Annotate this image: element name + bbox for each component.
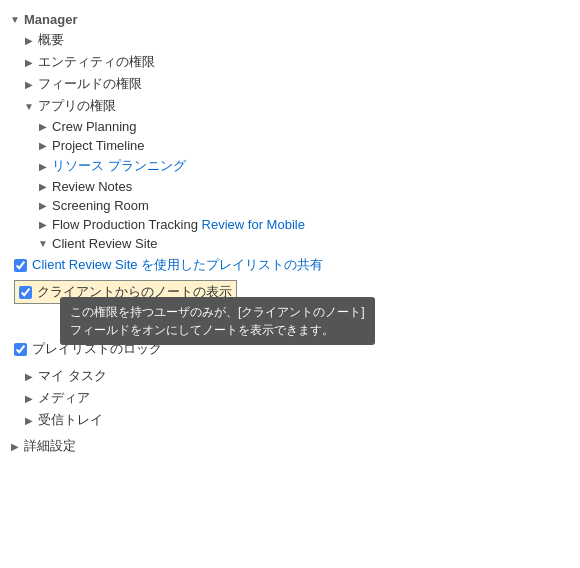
- sidebar-item-media[interactable]: メディア: [0, 387, 580, 409]
- sidebar-item-review-notes[interactable]: Review Notes: [0, 177, 580, 196]
- manager-label: Manager: [24, 12, 77, 27]
- checkbox-item-playlist-lock: プレイリストのロック: [0, 337, 580, 361]
- sidebar-item-resource-planning[interactable]: リソース プランニング: [0, 155, 580, 177]
- flow-production-label: Flow Production Tracking: [52, 217, 202, 232]
- sidebar-item-entity-perms[interactable]: エンティティの権限: [0, 51, 580, 73]
- manager-arrow: [8, 13, 22, 27]
- sidebar-item-crew-planning[interactable]: Crew Planning: [0, 117, 580, 136]
- checkbox-client-notes-label: クライアントからのノートの表示: [37, 283, 232, 301]
- flow-production-arrow: [36, 218, 50, 232]
- resource-planning-label: リソース プランニング: [52, 157, 186, 175]
- sidebar-item-field-perms[interactable]: フィールドの権限: [0, 73, 580, 95]
- sidebar-item-flow-production[interactable]: Flow Production Tracking Review for Mobi…: [0, 215, 580, 234]
- manager-header[interactable]: Manager: [0, 10, 580, 29]
- app-perms-arrow: [22, 99, 36, 113]
- highlighted-row-client-notes: クライアントからのノートの表示: [14, 280, 237, 304]
- resource-planning-arrow: [36, 159, 50, 173]
- sidebar-item-detail-settings[interactable]: 詳細設定: [0, 435, 580, 457]
- screening-room-label: Screening Room: [52, 198, 149, 213]
- detail-settings-label: 詳細設定: [24, 437, 76, 455]
- my-tasks-arrow: [22, 369, 36, 383]
- entity-perms-label: エンティティの権限: [38, 53, 155, 71]
- checkbox-item-client-notes: クライアントからのノートの表示 この権限を持つユーザのみが、[クライアントのノー…: [0, 277, 580, 307]
- my-tasks-label: マイ タスク: [38, 367, 107, 385]
- app-perms-label: アプリの権限: [38, 97, 116, 115]
- checkbox-item-playlist-share: Client Review Site を使用したプレイリストの共有: [0, 253, 580, 277]
- entity-perms-arrow: [22, 55, 36, 69]
- client-review-label: Client Review Site: [52, 236, 158, 251]
- checkbox-playlist-share[interactable]: [14, 259, 27, 272]
- checkbox-playlist-lock-label: プレイリストのロック: [32, 340, 162, 358]
- sidebar-item-project-timeline[interactable]: Project Timeline: [0, 136, 580, 155]
- tree-container: Manager 概要 エンティティの権限 フィールドの権限 アプリの権限 Cre…: [0, 0, 580, 467]
- gaiyou-arrow: [22, 33, 36, 47]
- inbox-arrow: [22, 413, 36, 427]
- checkbox-playlist-share-label: Client Review Site を使用したプレイリストの共有: [32, 256, 323, 274]
- crew-planning-arrow: [36, 120, 50, 134]
- field-perms-label: フィールドの権限: [38, 75, 142, 93]
- media-arrow: [22, 391, 36, 405]
- inbox-label: 受信トレイ: [38, 411, 103, 429]
- sidebar-item-my-tasks[interactable]: マイ タスク: [0, 365, 580, 387]
- review-for-mobile-label: Review for Mobile: [202, 217, 305, 232]
- sidebar-item-app-perms[interactable]: アプリの権限: [0, 95, 580, 117]
- review-notes-label: Review Notes: [52, 179, 132, 194]
- project-timeline-arrow: [36, 139, 50, 153]
- crew-planning-label: Crew Planning: [52, 119, 137, 134]
- review-notes-arrow: [36, 180, 50, 194]
- detail-settings-arrow: [8, 439, 22, 453]
- client-review-arrow: [36, 237, 50, 251]
- sidebar-item-client-review[interactable]: Client Review Site: [0, 234, 580, 253]
- field-perms-arrow: [22, 77, 36, 91]
- screening-room-arrow: [36, 199, 50, 213]
- sidebar-item-screening-room[interactable]: Screening Room: [0, 196, 580, 215]
- project-timeline-label: Project Timeline: [52, 138, 144, 153]
- gaiyou-label: 概要: [38, 31, 64, 49]
- checkbox-playlist-lock[interactable]: [14, 343, 27, 356]
- media-label: メディア: [38, 389, 90, 407]
- sidebar-item-inbox[interactable]: 受信トレイ: [0, 409, 580, 431]
- checkbox-client-notes[interactable]: [19, 286, 32, 299]
- sidebar-item-gaiyou[interactable]: 概要: [0, 29, 580, 51]
